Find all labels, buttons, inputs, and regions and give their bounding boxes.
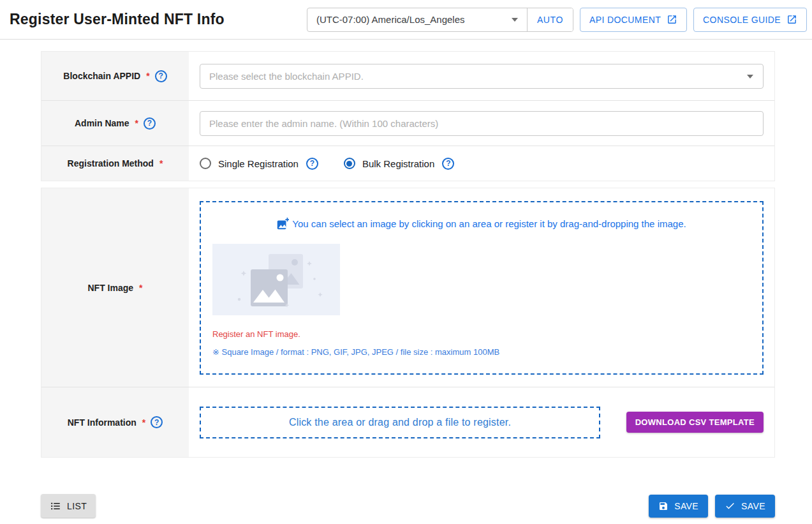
- list-button[interactable]: LIST: [41, 494, 96, 518]
- nft-image-validation-message: Register an NFT image.: [212, 329, 751, 339]
- image-placeholder-thumbnail: [212, 244, 340, 315]
- nft-image-dropzone[interactable]: You can select an image by clicking on a…: [200, 201, 764, 375]
- nft-information-content: Click the area or drag and drop a file t…: [189, 387, 774, 457]
- nft-information-label: NFT Information: [68, 417, 137, 428]
- nft-information-dropzone[interactable]: Click the area or drag and drop a file t…: [200, 407, 600, 438]
- form-section-basic: Blockchain APPID* Admin Name*: [41, 51, 775, 181]
- nft-image-label-cell: NFT Image*: [41, 188, 189, 387]
- form-section-upload: NFT Image* You can select an image by cl…: [41, 188, 775, 458]
- api-document-button[interactable]: API DOCUMENT: [580, 8, 687, 32]
- save-disk-icon: [658, 501, 668, 511]
- required-mark: *: [146, 71, 149, 81]
- radio-single-label: Single Registration: [218, 158, 299, 169]
- footer-actions: LIST SAVE SAVE: [41, 494, 775, 518]
- list-button-label: LIST: [67, 501, 87, 511]
- registration-method-label-cell: Registration Method*: [41, 146, 189, 181]
- blockchain-appid-label: Blockchain APPID: [63, 71, 140, 81]
- console-guide-button[interactable]: CONSOLE GUIDE: [693, 8, 807, 32]
- auto-button[interactable]: AUTO: [527, 8, 573, 31]
- row-blockchain-appid: Blockchain APPID*: [41, 52, 774, 100]
- admin-name-content: [189, 101, 774, 146]
- help-icon[interactable]: [306, 158, 318, 170]
- dropzone-instruction-row: You can select an image by clicking on a…: [212, 218, 751, 230]
- list-icon: [50, 500, 61, 512]
- row-admin-name: Admin Name*: [41, 100, 774, 146]
- row-registration-method: Registration Method* Single Registration…: [41, 146, 774, 181]
- admin-name-input-wrap: [200, 111, 764, 136]
- required-mark: *: [139, 283, 142, 293]
- nft-image-dropzone-text: You can select an image by clicking on a…: [292, 218, 686, 229]
- register-form: Blockchain APPID* Admin Name*: [41, 51, 775, 458]
- page-header: Register User-Minted NFT Info (UTC-07:00…: [0, 0, 812, 40]
- console-guide-label: CONSOLE GUIDE: [703, 15, 781, 25]
- radio-unchecked-icon[interactable]: [200, 158, 211, 169]
- blockchain-appid-content: [189, 52, 774, 100]
- page-title: Register User-Minted NFT Info: [10, 11, 225, 28]
- admin-name-label-cell: Admin Name*: [41, 101, 189, 146]
- admin-name-input[interactable]: [200, 111, 764, 136]
- external-link-icon: [786, 14, 797, 25]
- save-confirm-button[interactable]: SAVE: [715, 495, 775, 518]
- admin-name-label: Admin Name: [75, 118, 129, 128]
- add-image-icon: [277, 218, 289, 230]
- download-csv-template-button[interactable]: DOWNLOAD CSV TEMPLATE: [626, 412, 764, 433]
- save-button[interactable]: SAVE: [649, 495, 708, 518]
- save-confirm-button-label: SAVE: [741, 501, 765, 511]
- check-icon: [725, 500, 735, 511]
- row-nft-information: NFT Information* Click the area or drag …: [41, 387, 774, 457]
- timezone-group: (UTC-07:00) America/Los_Angeles AUTO: [307, 8, 573, 32]
- required-mark: *: [159, 158, 163, 168]
- required-mark: *: [135, 118, 138, 128]
- registration-method-content: Single Registration Bulk Registration: [189, 146, 774, 181]
- radio-bulk-label: Bulk Registration: [362, 158, 434, 169]
- required-mark: *: [142, 417, 145, 428]
- api-document-label: API DOCUMENT: [589, 15, 661, 25]
- external-link-icon: [667, 14, 677, 25]
- timezone-value: (UTC-07:00) America/Los_Angeles: [316, 14, 465, 25]
- timezone-select[interactable]: (UTC-07:00) America/Los_Angeles: [307, 8, 527, 31]
- registration-method-label: Registration Method: [68, 158, 154, 168]
- help-icon[interactable]: [155, 70, 167, 82]
- blockchain-appid-select[interactable]: [200, 64, 764, 89]
- help-icon[interactable]: [442, 158, 454, 170]
- row-nft-image: NFT Image* You can select an image by cl…: [41, 188, 774, 387]
- chevron-down-icon: [512, 18, 518, 22]
- help-icon[interactable]: [151, 416, 163, 428]
- nft-image-format-note: ※ Square Image / format : PNG, GIF, JPG,…: [212, 347, 751, 357]
- help-icon[interactable]: [144, 117, 156, 130]
- nft-information-dropzone-text: Click the area or drag and drop a file t…: [289, 417, 511, 428]
- radio-bulk-registration[interactable]: Bulk Registration: [344, 158, 454, 170]
- blockchain-appid-select-wrap: [200, 64, 764, 89]
- nft-information-label-cell: NFT Information*: [41, 387, 189, 457]
- blockchain-appid-label-cell: Blockchain APPID*: [41, 52, 189, 100]
- save-button-label: SAVE: [674, 501, 698, 511]
- radio-single-registration[interactable]: Single Registration: [200, 158, 318, 170]
- nft-image-label: NFT Image: [87, 283, 133, 293]
- nft-image-content: You can select an image by clicking on a…: [189, 188, 774, 387]
- radio-checked-icon[interactable]: [344, 158, 355, 169]
- chevron-down-icon: [747, 75, 753, 79]
